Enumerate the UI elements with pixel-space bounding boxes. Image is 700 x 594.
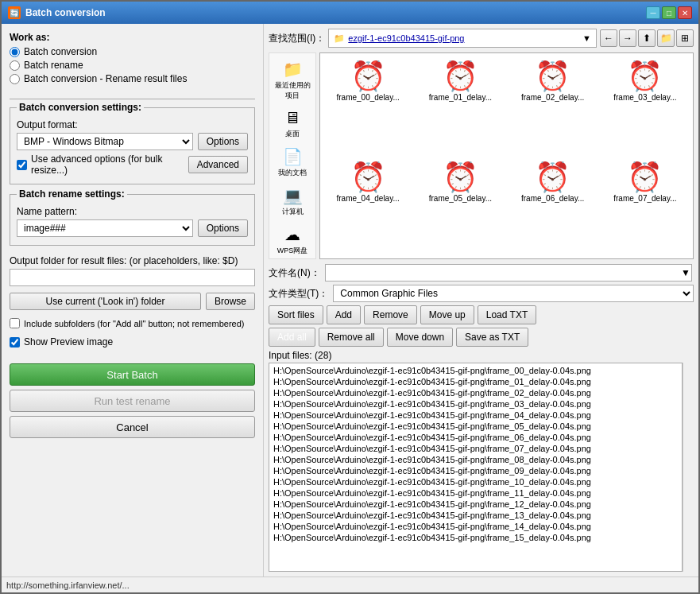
- name-pattern-select[interactable]: image###: [17, 219, 193, 237]
- radio-batch-rename-result[interactable]: Batch conversion - Rename result files: [10, 73, 255, 84]
- file-name-1: frame_01_delay...: [429, 93, 492, 102]
- run-test-rename-button[interactable]: Run test rename: [10, 390, 255, 412]
- nav-back-button[interactable]: ←: [600, 29, 617, 47]
- window-title: Batch conversion: [25, 7, 106, 18]
- filename-input[interactable]: [325, 264, 692, 281]
- file-item-0[interactable]: ⏰ frame_00_delay...: [323, 56, 412, 154]
- output-format-label: Output format:: [17, 119, 248, 130]
- file-item-5[interactable]: ⏰ frame_05_delay...: [416, 157, 505, 255]
- file-name-3: frame_03_delay...: [613, 93, 676, 102]
- batch-settings-label: Batch conversion settings:: [17, 102, 144, 113]
- load-txt-button[interactable]: Load TXT: [478, 305, 536, 324]
- start-batch-button[interactable]: Start Batch: [10, 363, 255, 386]
- minimize-button[interactable]: ─: [646, 6, 660, 19]
- status-text: http://something.irfanview.net/...: [6, 580, 130, 590]
- radio-batch-conversion-input[interactable]: [10, 47, 20, 57]
- file-item-2[interactable]: ⏰ frame_02_delay...: [509, 56, 598, 154]
- file-item-6[interactable]: ⏰ frame_06_delay...: [509, 157, 598, 255]
- file-item-3[interactable]: ⏰ frame_03_delay...: [601, 56, 690, 154]
- move-down-button[interactable]: Move down: [387, 328, 453, 347]
- advanced-button[interactable]: Advanced: [188, 156, 248, 173]
- clock-icon-3: ⏰: [627, 60, 663, 93]
- nav-folder-button[interactable]: 📁: [657, 29, 675, 47]
- nav-desktop[interactable]: 🖥 桌面: [281, 106, 304, 142]
- list-item: H:\OpenSource\Arduino\ezgif-1-ec91c0b434…: [271, 365, 680, 376]
- desktop-icon: 🖥: [284, 109, 300, 127]
- save-as-txt-button[interactable]: Save as TXT: [456, 328, 528, 347]
- batch-conversion-settings: Batch conversion settings: Output format…: [10, 107, 255, 184]
- nav-recent[interactable]: 📁 最近使用的项目: [271, 56, 314, 104]
- address-bar[interactable]: 📁 ezgif-1-ec91c0b43415-gif-png ▼: [328, 29, 597, 48]
- filename-dropdown-icon[interactable]: ▼: [681, 267, 694, 278]
- use-current-folder-button[interactable]: Use current ('Look in') folder: [10, 293, 201, 310]
- show-preview-checkbox[interactable]: [10, 337, 20, 347]
- wps-icon: ☁: [284, 225, 300, 244]
- radio-batch-rename-result-input[interactable]: [10, 74, 20, 84]
- file-item-1[interactable]: ⏰ frame_01_delay...: [416, 56, 505, 154]
- clock-icon-7: ⏰: [627, 161, 663, 194]
- list-item: H:\OpenSource\Arduino\ezgif-1-ec91c0b434…: [271, 510, 680, 521]
- list-item: H:\OpenSource\Arduino\ezgif-1-ec91c0b434…: [271, 376, 680, 387]
- files-list[interactable]: H:\OpenSource\Arduino\ezgif-1-ec91c0b434…: [269, 363, 683, 572]
- documents-icon: 📄: [283, 147, 303, 166]
- filename-label: 文件名(N)：: [269, 266, 320, 280]
- cancel-button[interactable]: Cancel: [10, 416, 255, 438]
- output-folder-input[interactable]: H:\OpenSource\Arduino\outframes\: [10, 269, 255, 286]
- include-subfolders-row: Include subfolders (for "Add all" button…: [10, 318, 255, 328]
- nav-view-button[interactable]: ⊞: [676, 29, 694, 47]
- move-up-button[interactable]: Move up: [420, 305, 474, 324]
- nav-computer[interactable]: 💻 计算机: [279, 183, 307, 220]
- add-all-button[interactable]: Add all: [269, 328, 315, 347]
- radio-batch-conversion[interactable]: Batch conversion: [10, 46, 255, 57]
- advanced-options-label: Use advanced options (for bulk resize...…: [31, 153, 184, 176]
- list-item: H:\OpenSource\Arduino\ezgif-1-ec91c0b434…: [271, 499, 680, 510]
- nav-forward-button[interactable]: →: [619, 29, 636, 47]
- nav-buttons: ← → ⬆ 📁 ⊞: [600, 29, 694, 47]
- files-list-scrollbar[interactable]: [683, 363, 694, 572]
- file-item-4[interactable]: ⏰ frame_04_delay...: [323, 157, 412, 255]
- list-item: H:\OpenSource\Arduino\ezgif-1-ec91c0b434…: [271, 410, 680, 421]
- file-browser-area: 📁 最近使用的项目 🖥 桌面 📄 我的文档 💻 计算机: [269, 52, 694, 259]
- action-buttons-row2: Add all Remove all Move down Save as TXT: [269, 328, 694, 347]
- status-bar: http://something.irfanview.net/...: [2, 577, 698, 592]
- work-as-label: Work as:: [10, 32, 255, 43]
- clock-icon-4: ⏰: [350, 161, 386, 194]
- nav-up-button[interactable]: ⬆: [638, 29, 656, 47]
- list-item: H:\OpenSource\Arduino\ezgif-1-ec91c0b434…: [271, 398, 680, 410]
- nav-documents[interactable]: 📄 我的文档: [275, 144, 310, 181]
- sort-files-button[interactable]: Sort files: [269, 305, 323, 324]
- list-item: H:\OpenSource\Arduino\ezgif-1-ec91c0b434…: [271, 443, 680, 454]
- remove-all-button[interactable]: Remove all: [319, 328, 384, 347]
- name-pattern-label: Name pattern:: [17, 206, 248, 217]
- file-name-2: frame_02_delay...: [521, 93, 584, 102]
- clock-icon-5: ⏰: [443, 161, 478, 194]
- list-item: H:\OpenSource\Arduino\ezgif-1-ec91c0b434…: [271, 421, 680, 432]
- address-bar-row: 查找范围(I)： 📁 ezgif-1-ec91c0b43415-gif-png …: [269, 29, 694, 48]
- close-button[interactable]: ✕: [678, 6, 692, 19]
- remove-button[interactable]: Remove: [364, 305, 417, 324]
- include-subfolders-checkbox[interactable]: [10, 318, 20, 328]
- add-button[interactable]: Add: [327, 305, 361, 324]
- file-item-7[interactable]: ⏰ frame_07_delay...: [601, 157, 690, 255]
- output-format-select[interactable]: BMP - Windows Bitmap: [17, 133, 193, 150]
- radio-batch-rename[interactable]: Batch rename: [10, 60, 255, 71]
- options-button[interactable]: Options: [198, 133, 248, 150]
- radio-batch-rename-input[interactable]: [10, 60, 20, 71]
- batch-rename-settings: Batch rename settings: Name pattern: ima…: [10, 194, 255, 246]
- filename-row: 文件名(N)： ▼: [269, 264, 694, 281]
- address-dropdown-icon[interactable]: ▼: [582, 33, 591, 43]
- name-options-button[interactable]: Options: [198, 219, 248, 237]
- files-list-container: H:\OpenSource\Arduino\ezgif-1-ec91c0b434…: [269, 363, 694, 572]
- nav-wps[interactable]: ☁ WPS网盘: [274, 222, 311, 259]
- left-nav: 📁 最近使用的项目 🖥 桌面 📄 我的文档 💻 计算机: [269, 52, 316, 259]
- list-item: H:\OpenSource\Arduino\ezgif-1-ec91c0b434…: [271, 432, 680, 443]
- browse-button[interactable]: Browse: [206, 293, 255, 310]
- output-folder-section: Output folder for result files: (or plac…: [10, 255, 255, 313]
- advanced-options-checkbox[interactable]: [17, 160, 27, 170]
- computer-icon: 💻: [283, 186, 303, 205]
- work-as-section: Work as: Batch conversion Batch rename B…: [10, 32, 255, 91]
- file-name-6: frame_06_delay...: [521, 194, 584, 203]
- maximize-button[interactable]: □: [662, 6, 676, 19]
- title-bar: 🔄 Batch conversion ─ □ ✕: [2, 2, 698, 24]
- filetype-select[interactable]: Common Graphic Files: [333, 285, 694, 302]
